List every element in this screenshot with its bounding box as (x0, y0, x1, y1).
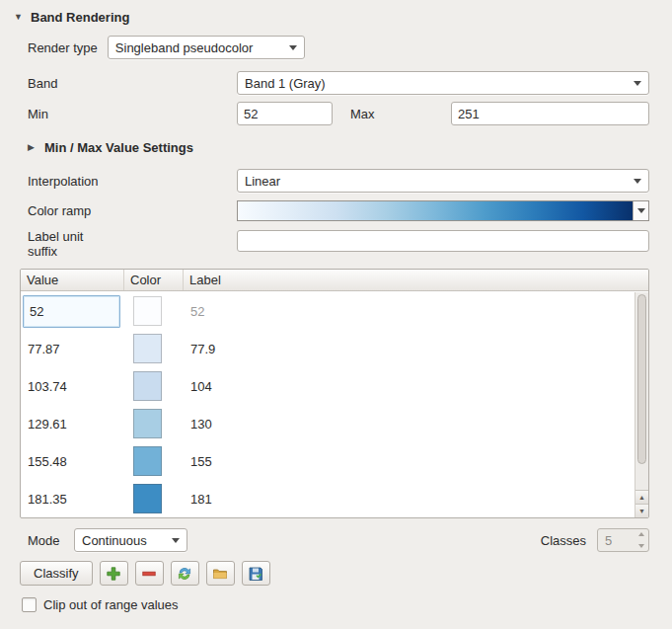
color-ramp-label: Color ramp (28, 203, 237, 218)
interpolation-label: Interpolation (28, 174, 237, 189)
color-ramp-gradient (238, 201, 633, 220)
row-color-cell[interactable] (124, 409, 184, 438)
row-color-swatch[interactable] (133, 484, 162, 513)
color-ramp-dropdown[interactable] (633, 201, 648, 220)
max-label: Max (333, 107, 451, 121)
minus-icon (141, 566, 157, 582)
color-map-row[interactable]: 155.48 155 (21, 442, 635, 480)
scroll-down-button[interactable]: ▼ (635, 504, 648, 517)
color-map-row[interactable]: 103.74 104 (21, 367, 635, 405)
color-map-row[interactable]: 181.35 181 (21, 480, 635, 517)
row-value-cell[interactable]: 181.35 (21, 480, 124, 517)
plus-icon (106, 566, 121, 582)
dropdown-arrow-icon (172, 538, 180, 543)
mode-value: Continuous (82, 533, 147, 548)
color-map-row[interactable]: 77.87 77.9 (21, 330, 635, 367)
row-value-cell[interactable]: 129.61 (21, 405, 124, 442)
render-type-combo[interactable]: Singleband pseudocolor (108, 36, 305, 59)
load-from-band-button[interactable] (171, 561, 199, 586)
save-icon (248, 566, 263, 582)
group-title: Band Rendering (31, 10, 129, 25)
collapse-arrow-icon: ▼ (14, 12, 24, 22)
refresh-arrows-icon (177, 566, 192, 582)
color-ramp-selector[interactable] (237, 200, 649, 221)
row-value: 103.74 (28, 379, 67, 394)
max-input[interactable] (451, 102, 649, 125)
band-rendering-header[interactable]: ▼ Band Rendering (14, 8, 649, 26)
row-value: 181.35 (28, 492, 67, 507)
dropdown-arrow-icon (634, 81, 641, 86)
clip-out-of-range-row[interactable]: Clip out of range values (22, 597, 649, 612)
row-value: 129.61 (28, 417, 67, 432)
mode-label: Mode (28, 533, 74, 548)
export-color-map-button[interactable] (242, 561, 270, 586)
min-input[interactable] (237, 102, 333, 125)
row-value-cell[interactable]: 52 (21, 292, 124, 330)
add-entry-button[interactable] (100, 561, 128, 586)
row-value-cell[interactable]: 155.48 (21, 442, 124, 480)
row-color-swatch[interactable] (133, 334, 162, 363)
band-label: Band (28, 76, 237, 91)
row-color-swatch[interactable] (133, 409, 162, 438)
classes-value: 5 (605, 533, 612, 548)
mode-combo[interactable]: Continuous (74, 528, 187, 552)
band-combo[interactable]: Band 1 (Gray) (237, 71, 649, 95)
dropdown-arrow-icon (637, 208, 645, 213)
label-unit-suffix-input[interactable] (237, 230, 649, 252)
row-label: 155 (184, 454, 635, 469)
table-header-row: Value Color Label (21, 270, 648, 291)
row-label: 77.9 (184, 342, 635, 356)
label-unit-suffix-label: Label unit suffix (28, 229, 237, 259)
row-color-cell[interactable] (124, 296, 184, 326)
load-color-map-button[interactable] (206, 561, 235, 586)
clip-checkbox-label: Clip out of range values (43, 597, 179, 612)
row-color-cell[interactable] (124, 446, 184, 476)
row-value: 77.87 (28, 342, 60, 356)
column-header-value[interactable]: Value (21, 270, 124, 290)
remove-entry-button[interactable] (135, 561, 164, 586)
classes-spinbox: 5 (597, 528, 649, 552)
interpolation-combo[interactable]: Linear (237, 169, 649, 193)
row-label: 130 (184, 417, 635, 432)
minmax-settings-title: Min / Max Value Settings (44, 140, 193, 155)
clip-checkbox[interactable] (22, 597, 37, 612)
band-rendering-panel: ▼ Band Rendering Render type Singleband … (0, 0, 672, 612)
dropdown-arrow-icon (634, 179, 641, 184)
render-type-label: Render type (28, 40, 98, 55)
color-map-row[interactable]: 129.61 130 (21, 405, 635, 442)
interpolation-value: Linear (245, 174, 280, 189)
folder-icon (212, 566, 228, 582)
dropdown-arrow-icon (289, 45, 297, 50)
row-color-swatch[interactable] (133, 371, 162, 401)
row-label: 52 (184, 304, 635, 319)
expand-arrow-icon: ▶ (28, 142, 37, 152)
vertical-scrollbar[interactable]: ▲ ▼ (635, 292, 648, 517)
row-value: 52 (30, 304, 43, 319)
row-color-swatch[interactable] (133, 296, 162, 326)
row-label: 181 (184, 492, 635, 507)
spinbox-arrows-icon (638, 532, 644, 548)
column-header-label[interactable]: Label (184, 270, 648, 290)
scroll-up-button[interactable]: ▲ (635, 490, 648, 504)
row-color-cell[interactable] (124, 371, 184, 401)
column-header-color[interactable]: Color (124, 270, 184, 290)
row-color-swatch[interactable] (133, 446, 162, 476)
row-color-cell[interactable] (124, 484, 184, 513)
row-value-cell[interactable]: 103.74 (21, 367, 124, 405)
row-label: 104 (184, 379, 635, 394)
row-value: 155.48 (28, 454, 67, 469)
render-type-value: Singleband pseudocolor (115, 40, 254, 55)
classes-label: Classes (541, 533, 597, 548)
color-map-table[interactable]: Value Color Label 52 52 77.87 77. (20, 269, 649, 518)
band-value: Band 1 (Gray) (245, 76, 326, 91)
color-table-rows: 52 52 77.87 77.9 103.74 (21, 292, 635, 517)
minmax-settings-header[interactable]: ▶ Min / Max Value Settings (28, 138, 649, 156)
scrollbar-thumb[interactable] (637, 294, 646, 464)
row-value-cell[interactable]: 77.87 (21, 330, 124, 367)
min-label: Min (28, 107, 237, 121)
color-map-row[interactable]: 52 52 (21, 292, 635, 330)
row-color-cell[interactable] (124, 334, 184, 363)
classify-button[interactable]: Classify (20, 561, 93, 586)
